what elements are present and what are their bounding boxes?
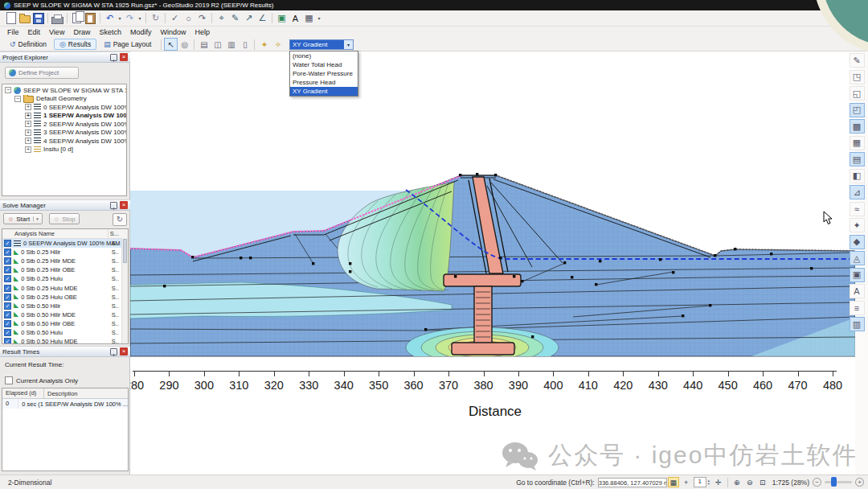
page-spinner[interactable]: ▲ ▼ — [707, 479, 710, 486]
define-project-button[interactable]: Define Project — [5, 67, 79, 79]
checkbox-icon[interactable] — [5, 376, 13, 384]
expand-icon[interactable]: + — [25, 138, 31, 144]
menu-file[interactable]: File — [5, 28, 26, 36]
paste-icon[interactable] — [84, 12, 97, 25]
interpolate-icon[interactable]: ◬ — [850, 251, 865, 265]
close-icon[interactable]: × — [120, 347, 128, 355]
solve-row[interactable]: ✓◣0 Stb 0.50 Hulu MDES.. — [2, 337, 128, 344]
sketch-point-icon[interactable]: ⌖ — [215, 12, 228, 25]
solve-list-header[interactable]: Analysis Name S... — [2, 229, 128, 239]
close-icon[interactable]: × — [120, 201, 128, 209]
zoom-slider-handle[interactable] — [831, 477, 837, 487]
solve-row[interactable]: ✓◣0 Stb 0.50 HilirS.. — [2, 302, 128, 310]
dropdown-option[interactable]: Pore-Water Pressure — [290, 69, 358, 78]
redo-caret-icon[interactable]: ▾ — [137, 12, 143, 25]
dropdown-option[interactable]: Water Total Head — [290, 60, 358, 69]
undo-caret-icon[interactable]: ▾ — [117, 12, 123, 25]
menu-help[interactable]: Help — [192, 28, 216, 36]
checkbox-icon[interactable]: ✓ — [4, 285, 11, 292]
checkbox-icon[interactable]: ✓ — [4, 338, 11, 344]
zoom-slider[interactable] — [825, 481, 852, 483]
draw-materials-icon[interactable]: ✦ — [257, 38, 271, 51]
arc-tool-icon[interactable]: ↷ — [195, 12, 209, 25]
contour-lines-icon[interactable]: ▤ — [850, 152, 865, 166]
contour-variable-select[interactable]: XY Gradient ▾ — [289, 39, 354, 50]
expand-icon[interactable]: − — [5, 87, 11, 93]
definition-button[interactable]: ↺ Definition — [4, 39, 52, 50]
solve-row[interactable]: ✓◣0 Stb 0.25 Hilir OBES.. — [2, 265, 128, 274]
checkbox-icon[interactable]: ✓ — [4, 329, 11, 336]
copy-view-icon[interactable]: ▤ — [197, 38, 211, 51]
drawing-canvas[interactable]: 2802903003103203303403503603703803904004… — [130, 51, 855, 475]
sketch-pencil-icon[interactable]: ✎ — [228, 12, 242, 25]
start-button[interactable]: ☼ Start ▾ — [3, 213, 43, 224]
expand-icon[interactable]: + — [25, 146, 31, 153]
tree-item[interactable]: +0 SEEP/W Analysis DW 100% MAM [0 d] — [2, 103, 126, 112]
dropdown-option[interactable]: Pressure Head — [290, 78, 358, 87]
image-icon[interactable]: ▣ — [275, 12, 289, 25]
menu-modify[interactable]: Modify — [128, 28, 158, 36]
scrollbar-thumb[interactable] — [123, 239, 127, 263]
node-points-icon[interactable]: ◰ — [850, 103, 865, 117]
solve-row[interactable]: ✓◣0 Stb 0.50 HuluS.. — [2, 328, 128, 337]
solve-row[interactable]: ✓◣0 Stb 0.25 HuluS.. — [2, 274, 128, 283]
contour-labels-icon[interactable]: ◧ — [850, 169, 865, 183]
fit-width-icon[interactable]: ◫ — [211, 38, 224, 51]
solve-row[interactable]: ✓◣0 Stb 0.25 Hulu OBES.. — [2, 293, 128, 302]
save-icon[interactable] — [31, 12, 45, 25]
start-caret-icon[interactable]: ▾ — [33, 216, 39, 221]
solve-row[interactable]: ✓◣0 Stb 0.50 Hilir OBES.. — [2, 319, 128, 328]
table-caret-icon[interactable]: ▾ — [316, 12, 322, 25]
pan-hand-icon[interactable]: ✛ — [713, 477, 724, 487]
menu-edit[interactable]: Edit — [26, 28, 47, 36]
expand-icon[interactable]: + — [25, 104, 31, 110]
text-icon[interactable]: A — [289, 12, 302, 25]
tree-item[interactable]: −SEEP W SLOPE W SIGMA W STA 1925 Run — [2, 86, 126, 95]
mesh-grid-icon[interactable]: ▩ — [850, 119, 865, 134]
view-mesh-icon[interactable]: ▣ — [850, 268, 865, 282]
dropdown-option[interactable]: (none) — [290, 51, 358, 60]
checkbox-icon[interactable]: ✓ — [4, 294, 11, 301]
tree-item[interactable]: −Default Geometry — [2, 95, 126, 104]
report-view-icon[interactable]: ▥ — [850, 317, 865, 331]
tree-item[interactable]: +Insitu [0 d] — [2, 146, 126, 154]
menu-view[interactable]: View — [47, 28, 71, 36]
pin-icon[interactable] — [110, 348, 117, 355]
sync-icon[interactable]: ↻ — [149, 12, 162, 25]
select-cursor-icon[interactable]: ↖ — [164, 38, 178, 51]
zoom-in-icon[interactable]: ⊕ — [731, 477, 743, 487]
result-time-row[interactable]: 0 0 sec (1 SEEP/W Analysis DW 100% ... — [2, 399, 128, 409]
table-icon[interactable]: ▦ — [302, 12, 316, 25]
solve-row[interactable]: ✓◣0 Stb 0.25 Hulu MDES.. — [2, 283, 128, 292]
menu-window[interactable]: Window — [158, 28, 192, 36]
solve-row[interactable]: ✓◣0 Stb 0.50 Hilir MDES.. — [2, 310, 128, 319]
tree-item[interactable]: +2 SEEP/W Analysis DW 100% MAB [0 d] — [2, 120, 126, 129]
zoom-plus-button[interactable]: + — [855, 478, 864, 487]
sketch-text-icon[interactable]: ✎ — [850, 53, 865, 68]
checkbox-icon[interactable]: ✓ — [4, 311, 11, 318]
close-icon[interactable]: × — [120, 53, 128, 61]
open-folder-icon[interactable] — [18, 12, 31, 25]
expand-icon[interactable]: − — [14, 96, 21, 102]
zoom-out-icon[interactable]: ⊖ — [744, 477, 755, 487]
sketch-line-icon[interactable]: ↗ — [242, 12, 256, 25]
page-layout-button[interactable]: ▤ Page Layout — [98, 39, 157, 50]
results-button[interactable]: ◎ Results — [54, 39, 96, 50]
tree-item[interactable]: +3 SEEP/W Analysis DW 100% PMF [0 d] — [2, 129, 126, 138]
page-number-input[interactable]: 1 — [694, 477, 706, 487]
draw-isolines-icon[interactable]: ◱ — [850, 86, 865, 101]
pin-icon[interactable] — [110, 202, 117, 209]
grid-snap-icon[interactable]: ▦ — [668, 477, 679, 487]
sketch-angle-icon[interactable]: ∠ — [256, 12, 269, 25]
redo-icon[interactable]: ↷ — [123, 12, 137, 25]
coordinate-input[interactable]: 336.88406, 127.407029 m — [598, 478, 667, 487]
draw-graph-icon[interactable]: ◳ — [850, 70, 865, 84]
undo-icon[interactable]: ↶ — [103, 12, 117, 25]
menu-draw[interactable]: Draw — [71, 28, 96, 36]
tree-item[interactable]: +1 SEEP/W Analysis DW 100% MAN — [2, 112, 126, 121]
refresh-icon[interactable]: ↻ — [113, 213, 127, 226]
expand-icon[interactable]: + — [25, 113, 31, 119]
solve-row[interactable]: ✓◣0 Stb 0.25 Hilir MDES.. — [2, 257, 128, 265]
expand-icon[interactable]: + — [25, 129, 31, 136]
print-icon[interactable] — [51, 12, 64, 25]
